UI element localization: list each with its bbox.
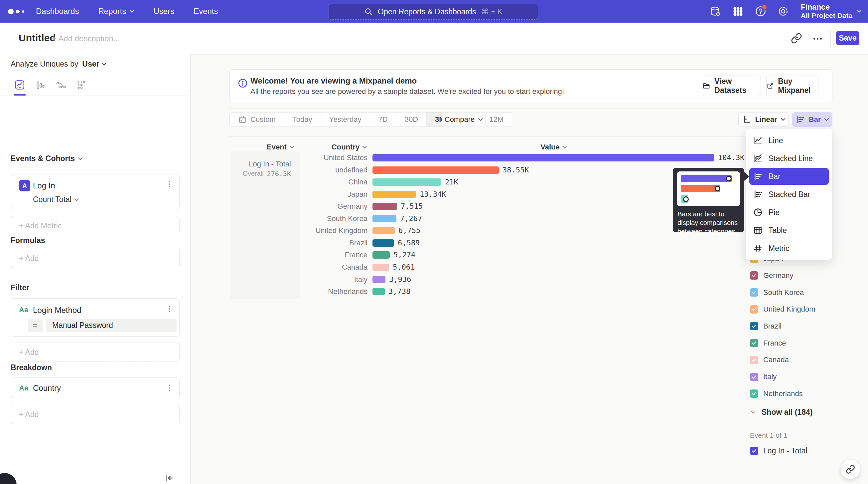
project-selector[interactable]: Finance All Project Data [800, 3, 861, 19]
bar-brazil[interactable] [372, 239, 394, 247]
chart-type-button[interactable]: Bar [792, 112, 832, 127]
metric-kebab-menu[interactable] [165, 180, 173, 189]
checkbox-checked[interactable] [750, 447, 758, 455]
checkbox-checked[interactable] [750, 339, 758, 347]
filter-property-name[interactable]: Login Method [33, 306, 81, 315]
legend-item-france[interactable]: France [750, 339, 786, 347]
analyze-entity-dropdown[interactable]: User [82, 60, 106, 68]
column-header-country[interactable]: Country [332, 143, 367, 151]
nav-item-dashboards[interactable]: Dashboards [36, 7, 79, 16]
filter-kebab-menu[interactable] [165, 305, 173, 313]
checkbox-checked[interactable] [750, 390, 758, 398]
date-range-12m[interactable]: 12M [481, 113, 512, 126]
buy-mixpanel-button[interactable]: Buy Mixpanel [766, 76, 818, 96]
bar-germany[interactable] [372, 203, 397, 210]
apps-grid-icon[interactable] [732, 5, 744, 18]
column-header-event[interactable]: Event [267, 143, 294, 151]
legend-item-south-korea[interactable]: South Korea [750, 288, 804, 297]
bar-south-korea[interactable] [372, 215, 396, 222]
legend-item-italy[interactable]: Italy [750, 372, 777, 381]
legend-item-germany[interactable]: Germany [750, 271, 793, 280]
chevron-down-icon [102, 63, 106, 65]
legend-item-netherlands[interactable]: Netherlands [750, 390, 803, 398]
settings-gear-icon[interactable] [777, 5, 789, 18]
column-header-value[interactable]: Value [540, 143, 567, 151]
stacked-bar-chart-icon [753, 190, 763, 199]
nav-item-users[interactable]: Users [153, 7, 174, 16]
add-description-field[interactable]: + Add description... [52, 34, 120, 43]
copy-link-icon[interactable] [791, 33, 803, 45]
date-range-yesterday[interactable]: Yesterday [321, 113, 370, 126]
tab-retention[interactable] [71, 74, 92, 95]
checkbox-checked[interactable] [750, 322, 758, 330]
legend-label: South Korea [763, 288, 804, 297]
bar-united-kingdom[interactable] [372, 227, 395, 234]
bar-undefined[interactable] [372, 166, 499, 174]
add-metric-button[interactable]: + Add Metric [11, 216, 180, 235]
menu-item-stacked-bar[interactable]: Stacked Bar [749, 186, 829, 203]
breakdown-property-name[interactable]: Country [33, 383, 61, 393]
bar-japan[interactable] [372, 191, 416, 198]
filter-value-chip[interactable]: Manual Password [46, 318, 177, 332]
filter-operator-chip[interactable]: = [28, 318, 42, 332]
legend-item-united-kingdom[interactable]: United Kingdom [750, 305, 815, 314]
save-button[interactable]: Save [836, 31, 859, 45]
analyze-uniques-row: Analyze Uniques by User [0, 54, 190, 74]
date-range-today[interactable]: Today [284, 113, 321, 126]
bar-netherlands[interactable] [372, 288, 385, 295]
menu-item-metric[interactable]: Metric [749, 240, 829, 257]
checkbox-checked[interactable] [750, 305, 758, 314]
menu-item-stacked-line[interactable]: Stacked Line [749, 150, 829, 167]
collapse-sidebar-icon[interactable] [164, 472, 177, 484]
bar-value-netherlands: 3,738 [389, 287, 410, 295]
checkbox-checked[interactable] [750, 271, 758, 280]
aggregation-dropdown[interactable]: Count Total [33, 195, 79, 204]
report-title[interactable]: Untitled [19, 32, 56, 44]
legend-item-brazil[interactable]: Brazil [750, 322, 781, 331]
bar-united-states[interactable] [372, 154, 714, 162]
checkbox-checked[interactable] [750, 373, 758, 381]
share-link-fab[interactable] [841, 460, 860, 479]
date-range-30d[interactable]: 30D [396, 113, 427, 126]
events-cohorts-header[interactable]: Events & Cohorts [11, 154, 83, 163]
checkbox-checked[interactable] [750, 288, 758, 296]
more-options-button[interactable] [811, 33, 824, 45]
legend-show-all[interactable]: Show all (184) [751, 408, 812, 417]
global-search-input[interactable]: Open Reports & Dashboards ⌘ + K [329, 4, 538, 20]
add-breakdown-button[interactable]: + Add [11, 405, 180, 424]
view-datasets-button[interactable]: View Datasets [702, 76, 761, 96]
help-icon[interactable] [754, 5, 767, 18]
tab-flows[interactable] [51, 74, 71, 95]
legend-event-series[interactable]: Log In - Total [750, 446, 807, 455]
metric-card-log-in[interactable]: A Log In Count Total [11, 174, 180, 209]
legend-item-canada[interactable]: Canada [750, 355, 789, 364]
chevron-down-icon [290, 146, 294, 148]
add-filter-button[interactable]: + Add [11, 343, 180, 362]
filter-card-login-method[interactable]: Aa Login Method = Manual Password [11, 298, 180, 337]
menu-item-bar[interactable]: Bar [749, 168, 829, 185]
table-chart-icon [753, 225, 763, 235]
bar-italy[interactable] [372, 276, 385, 283]
compare-button[interactable]: Compare [442, 112, 486, 127]
tab-insights[interactable] [9, 74, 30, 95]
metric-event-name[interactable]: Log In [33, 181, 55, 191]
linear-axis-icon [742, 115, 751, 124]
bar-france[interactable] [372, 251, 390, 259]
date-range-7d[interactable]: 7D [370, 113, 396, 126]
menu-item-pie[interactable]: Pie [749, 204, 829, 221]
checkbox-checked[interactable] [750, 356, 758, 364]
scale-toggle-button[interactable]: Linear [738, 112, 789, 127]
bar-china[interactable] [372, 178, 441, 186]
mixpanel-logo-icon[interactable] [8, 0, 24, 23]
menu-item-table[interactable]: Table [749, 222, 829, 239]
breakdown-kebab-menu[interactable] [165, 384, 173, 393]
breakdown-card-country[interactable]: Aa Country [11, 377, 180, 398]
menu-item-line[interactable]: Line [749, 132, 829, 149]
data-management-icon[interactable] [709, 5, 722, 18]
add-formula-button[interactable]: + Add [11, 249, 180, 268]
bar-canada[interactable] [372, 264, 389, 271]
nav-item-events[interactable]: Events [193, 7, 218, 16]
tab-funnels[interactable] [30, 74, 51, 95]
date-range-custom[interactable]: Custom [230, 113, 284, 126]
nav-item-reports[interactable]: Reports [98, 7, 134, 16]
